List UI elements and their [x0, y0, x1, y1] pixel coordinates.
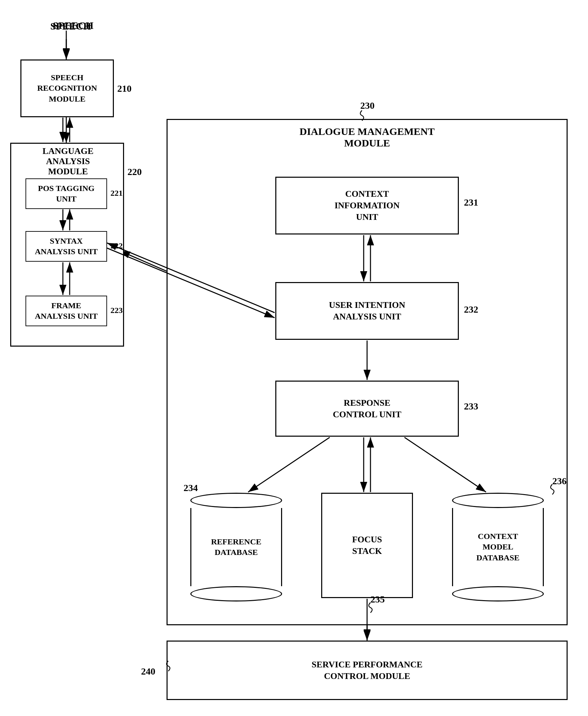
reference-db-cylinder: REFERENCE DATABASE: [190, 493, 282, 601]
service-performance-box: SERVICE PERFORMANCE CONTROL MODULE: [167, 641, 568, 700]
context-model-db-cylinder: CONTEXT MODEL DATABASE: [452, 493, 544, 601]
context-model-db-ref: 236: [552, 476, 567, 487]
user-intention-ref: 232: [464, 304, 478, 315]
focus-stack-ref: 235: [370, 594, 385, 605]
pos-tagging-box: POS TAGGING UNIT: [25, 178, 107, 209]
context-model-db-bottom: [452, 586, 544, 601]
syntax-analysis-ref: 222: [110, 241, 123, 250]
reference-db-ref: 234: [184, 483, 198, 493]
context-model-db-body: CONTEXT MODEL DATABASE: [452, 508, 544, 586]
reference-db-bottom: [190, 586, 282, 601]
dialogue-management-label: DIALOGUE MANAGEMENT MODULE: [221, 126, 513, 149]
squiggle-240: [158, 659, 178, 673]
reference-db-body: REFERENCE DATABASE: [190, 508, 282, 586]
diagram-container: SPEECH SPEECH RECOGNITION MODULE 210 LAN…: [0, 0, 588, 716]
frame-analysis-box: FRAME ANALYSIS UNIT: [25, 296, 107, 326]
syntax-analysis-box: SYNTAX ANALYSIS UNIT: [25, 231, 107, 262]
service-performance-ref: 240: [141, 666, 155, 677]
context-info-box: CONTEXT INFORMATION UNIT: [275, 177, 459, 234]
speech-recognition-box: SPEECH RECOGNITION MODULE: [20, 59, 114, 117]
speech-recognition-ref: 210: [117, 83, 132, 94]
context-info-ref: 231: [464, 197, 478, 208]
response-control-ref: 233: [464, 401, 478, 412]
speech-text: SPEECH: [53, 20, 93, 31]
language-analysis-ref: 220: [127, 167, 142, 177]
response-control-box: RESPONSE CONTROL UNIT: [275, 381, 459, 437]
user-intention-box: USER INTENTION ANALYSIS UNIT: [275, 282, 459, 340]
focus-stack-box: FOCUS STACK: [321, 493, 413, 598]
frame-analysis-ref: 223: [110, 306, 123, 315]
squiggle-230: [352, 109, 372, 122]
language-analysis-label: LANGUAGE ANALYSIS MODULE: [19, 146, 117, 177]
context-model-db-top: [452, 493, 544, 508]
pos-tagging-ref: 221: [110, 189, 123, 198]
reference-db-top: [190, 493, 282, 508]
